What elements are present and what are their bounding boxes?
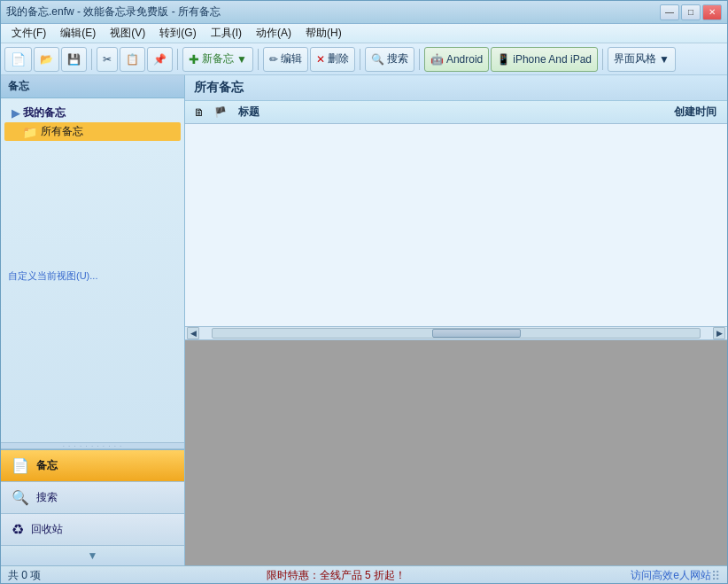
android-icon: 🤖: [430, 53, 444, 66]
save-icon: 💾: [67, 53, 81, 66]
menu-goto[interactable]: 转到(G): [152, 24, 203, 43]
sidebar-arrow-icon: ▼: [88, 549, 98, 562]
col-header-title[interactable]: 标题: [231, 105, 591, 120]
notes-list-body: [185, 124, 727, 301]
flag-col-icon: 🏴: [214, 106, 227, 118]
folder-icon: 📁: [22, 125, 37, 139]
col-header-time[interactable]: 创建时间: [591, 105, 724, 120]
horizontal-scrollbar[interactable]: ◀ ▶: [185, 326, 727, 340]
list-table-header: 🗎 🏴 标题 创建时间: [185, 101, 727, 124]
edit-button[interactable]: ✏ 编辑: [263, 47, 308, 72]
menu-action[interactable]: 动作(A): [249, 24, 298, 43]
status-grip-icon: ⠿: [711, 569, 720, 583]
sidebar-resize-handle[interactable]: · · · · · · · · · · ·: [1, 442, 184, 449]
title-bar-controls: — □ ✕: [660, 4, 722, 20]
style-arrow-icon: ▼: [659, 53, 670, 66]
sidebar-tree: ▶ 我的备忘 📁 所有备忘: [1, 98, 184, 264]
nav-item-search[interactable]: 🔍 搜索: [1, 482, 184, 514]
edit-icon: ✏: [269, 53, 278, 66]
delete-button[interactable]: ✕ 删除: [310, 47, 355, 72]
sidebar-header: 备忘: [1, 75, 184, 98]
sidebar: 备忘 ▶ 我的备忘 📁 所有备忘 自定义当前视图(U)... · · · · ·…: [1, 75, 185, 565]
new-file-icon: 📄: [11, 52, 26, 66]
toolbar-cut-button[interactable]: ✂: [97, 47, 118, 72]
menu-edit[interactable]: 编辑(E): [53, 24, 103, 43]
custom-view-link[interactable]: 自定义当前视图(U)...: [1, 264, 184, 288]
content-header: 所有备忘: [185, 75, 727, 101]
edit-label: 编辑: [281, 51, 302, 66]
iphone-ipad-button[interactable]: 📱 iPhone And iPad: [491, 47, 598, 72]
nav-search-label: 搜索: [36, 490, 58, 505]
tree-all-notes-item[interactable]: 📁 所有备忘: [4, 122, 181, 141]
tree-root-item[interactable]: ▶ 我的备忘: [4, 104, 181, 122]
menu-tools[interactable]: 工具(I): [204, 24, 249, 43]
cut-icon: ✂: [103, 53, 112, 66]
col-header-icon: 🗎: [189, 106, 210, 119]
style-button[interactable]: 界面风格 ▼: [608, 47, 676, 72]
scroll-track[interactable]: [212, 328, 701, 339]
sidebar-nav: 📄 备忘 🔍 搜索 ♻ 回收站: [1, 449, 184, 546]
note-preview-area: [185, 340, 727, 565]
status-count: 共 0 项: [8, 568, 41, 583]
style-label: 界面风格: [614, 51, 656, 66]
tree-child-label: 所有备忘: [41, 124, 83, 139]
maximize-button[interactable]: □: [681, 4, 701, 20]
scroll-right-button[interactable]: ▶: [713, 327, 725, 339]
search-button[interactable]: 🔍 搜索: [365, 47, 414, 72]
content-area: 所有备忘 🗎 🏴 标题 创建时间 ◀ ▶: [185, 75, 727, 565]
menu-file[interactable]: 文件(F): [4, 24, 53, 43]
toolbar: 📄 📂 💾 ✂ 📋 📌 ✚ 新备忘 ▼ ✏ 编辑 ✕ 删除 🔍 搜索 �: [1, 43, 727, 75]
toolbar-separator-1: [91, 49, 92, 70]
title-bar: 我的备忘.enfw - 效能备忘录免费版 - 所有备忘 — □ ✕: [1, 1, 727, 24]
toolbar-separator-5: [419, 49, 420, 70]
search-label: 搜索: [387, 51, 408, 66]
tree-root-label: 我的备忘: [23, 105, 66, 121]
android-label: Android: [446, 53, 483, 66]
notes-list-table: 🗎 🏴 标题 创建时间: [185, 101, 727, 326]
toolbar-separator-3: [258, 49, 259, 70]
toolbar-copy-button[interactable]: 📋: [120, 47, 145, 72]
scroll-left-button[interactable]: ◀: [187, 327, 199, 339]
sidebar-collapse-arrow[interactable]: ▼: [1, 546, 184, 565]
nav-notes-label: 备忘: [36, 458, 58, 473]
search-nav-icon: 🔍: [12, 489, 29, 506]
search-icon: 🔍: [371, 53, 384, 66]
nav-item-trash[interactable]: ♻ 回收站: [1, 514, 184, 546]
notes-nav-icon: 📄: [12, 457, 29, 474]
main-layout: 备忘 ▶ 我的备忘 📁 所有备忘 自定义当前视图(U)... · · · · ·…: [1, 75, 727, 565]
toolbar-paste-button[interactable]: 📌: [147, 47, 173, 72]
copy-icon: 📋: [126, 53, 139, 66]
iphone-icon: 📱: [497, 53, 510, 66]
doc-col-icon: 🗎: [194, 106, 205, 119]
android-button[interactable]: 🤖 Android: [424, 47, 489, 72]
new-note-icon: ✚: [189, 52, 199, 66]
new-note-arrow-icon: ▼: [236, 53, 247, 66]
toolbar-separator-4: [360, 49, 360, 70]
toolbar-separator-6: [602, 49, 603, 70]
toolbar-new-file-button[interactable]: 📄: [4, 47, 32, 72]
menu-help[interactable]: 帮助(H): [298, 24, 349, 43]
status-website-link[interactable]: 访问高效e人网站: [631, 568, 711, 583]
toolbar-separator-2: [177, 49, 178, 70]
close-button[interactable]: ✕: [702, 4, 722, 20]
delete-icon: ✕: [316, 53, 325, 66]
paste-icon: 📌: [153, 53, 167, 66]
nav-item-notes[interactable]: 📄 备忘: [1, 450, 184, 482]
delete-label: 删除: [328, 51, 349, 66]
status-bar: 共 0 项 限时特惠：全线产品 5 折起！ 访问高效e人网站 ⠿: [1, 565, 727, 584]
toolbar-save-button[interactable]: 💾: [61, 47, 87, 72]
new-note-label: 新备忘: [202, 51, 234, 66]
open-icon: 📂: [40, 53, 53, 66]
tree-folder-icon: ▶: [12, 107, 19, 120]
window-title: 我的备忘.enfw - 效能备忘录免费版 - 所有备忘: [6, 4, 221, 19]
scroll-thumb[interactable]: [432, 329, 521, 338]
nav-trash-label: 回收站: [31, 522, 63, 537]
menu-view[interactable]: 视图(V): [103, 24, 152, 43]
new-note-button[interactable]: ✚ 新备忘 ▼: [182, 47, 253, 72]
minimize-button[interactable]: —: [660, 4, 679, 20]
iphone-label: iPhone And iPad: [513, 53, 592, 66]
status-promo: 限时特惠：全线产品 5 折起！: [41, 568, 631, 583]
toolbar-open-button[interactable]: 📂: [34, 47, 59, 72]
col-header-flag: 🏴: [210, 106, 231, 118]
menu-bar: 文件(F) 编辑(E) 视图(V) 转到(G) 工具(I) 动作(A) 帮助(H…: [1, 24, 727, 43]
